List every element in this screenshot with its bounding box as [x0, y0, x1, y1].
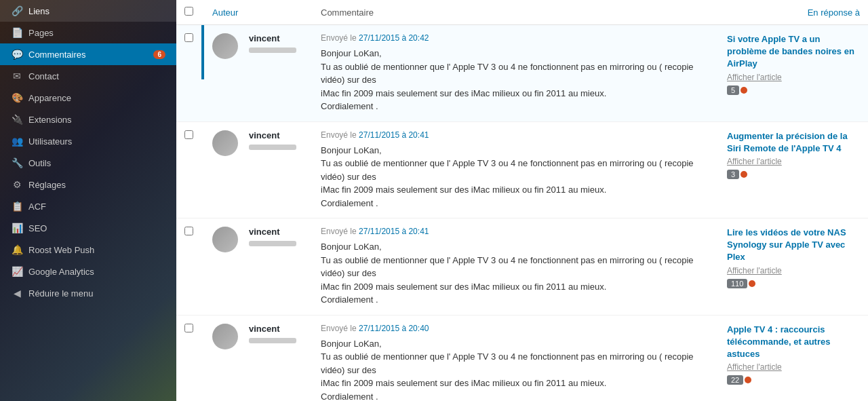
count-dot	[741, 87, 747, 94]
sidebar-label-roost: Roost Web Push	[28, 245, 165, 255]
link-icon: 🔗	[11, 5, 23, 16]
acf-icon: 📋	[11, 201, 23, 212]
sidebar-label-liens: Liens	[28, 6, 165, 16]
sidebar-label-acf: ACF	[28, 202, 165, 212]
sent-line: Envoyé le 27/11/2015 à 20:40	[321, 324, 711, 333]
roost-icon: 🔔	[11, 244, 23, 255]
sidebar-label-apparence: Apparence	[28, 93, 165, 103]
sidebar-item-commentaires[interactable]: 💬 Commentaires 6	[0, 43, 176, 65]
sidebar-label-seo: SEO	[28, 223, 165, 233]
sidebar-item-outils[interactable]: 🔧 Outils	[0, 152, 176, 174]
reponse-link[interactable]: Apple TV 4 : raccourcis télécommande, et…	[727, 324, 830, 359]
count-badge: 5	[727, 85, 739, 95]
select-all-checkbox[interactable]	[184, 7, 193, 16]
table-row: vincent Envoyé le 27/11/2015 à 20:41 Bon…	[176, 218, 868, 316]
sidebar-item-utilisateurs[interactable]: 👥 Utilisateurs	[0, 130, 176, 152]
author-info: vincent	[249, 227, 296, 246]
sidebar-item-apparence[interactable]: 🎨 Apparence	[0, 87, 176, 109]
count-dot	[749, 280, 755, 287]
count-dot	[745, 377, 751, 383]
row-checkbox-cell[interactable]	[176, 218, 201, 316]
comments-table-container: Auteur Commentaire En réponse à vincent	[176, 0, 868, 401]
comment-count: 3	[727, 170, 747, 179]
sidebar-item-roost[interactable]: 🔔 Roost Web Push	[0, 239, 176, 261]
author-cell: vincent	[204, 315, 313, 401]
sent-line: Envoyé le 27/11/2015 à 20:41	[321, 227, 711, 236]
sidebar-item-liens[interactable]: 🔗 Liens	[0, 0, 176, 22]
outils-icon: 🔧	[11, 157, 23, 168]
seo-icon: 📊	[11, 223, 23, 233]
sidebar-label-reglages: Réglages	[28, 180, 165, 190]
view-article-link[interactable]: Afficher l'article	[727, 157, 860, 166]
reponse-header: En réponse à	[719, 0, 868, 25]
view-article-link[interactable]: Afficher l'article	[727, 266, 860, 275]
date-link[interactable]: 27/11/2015 à 20:41	[359, 227, 429, 236]
comment-cell: Envoyé le 27/11/2015 à 20:41 Bonjour LoK…	[313, 218, 719, 316]
date-link[interactable]: 27/11/2015 à 20:42	[359, 33, 429, 43]
sidebar-item-seo[interactable]: 📊 SEO	[0, 217, 176, 239]
analytics-icon: 📈	[11, 266, 23, 277]
view-article-link[interactable]: Afficher l'article	[727, 362, 860, 372]
comment-count: 22	[727, 375, 751, 385]
comment-count: 5	[727, 85, 747, 95]
sidebar: 🔗 Liens 📄 Pages 💬 Commentaires 6 ✉ Conta…	[0, 0, 176, 401]
author-info: vincent	[249, 33, 296, 53]
author-placeholder	[249, 47, 296, 53]
author-cell: vincent	[204, 218, 313, 316]
row-checkbox-cell[interactable]	[176, 121, 201, 218]
sidebar-item-contact[interactable]: ✉ Contact	[0, 65, 176, 87]
comment-cell: Envoyé le 27/11/2015 à 20:40 Bonjour LoK…	[313, 315, 719, 401]
sidebar-item-reglages[interactable]: ⚙ Réglages	[0, 174, 176, 195]
sidebar-item-analytics[interactable]: 📈 Google Analytics	[0, 261, 176, 282]
table-row: vincent Envoyé le 27/11/2015 à 20:41 Bon…	[176, 121, 868, 218]
reponse-link[interactable]: Augmenter la précision de la Siri Remote…	[727, 131, 848, 153]
count-dot	[741, 171, 747, 178]
sent-line: Envoyé le 27/11/2015 à 20:42	[321, 33, 711, 43]
table-row: vincent Envoyé le 27/11/2015 à 20:40 Bon…	[176, 315, 868, 401]
avatar	[212, 33, 238, 59]
comment-cell: Envoyé le 27/11/2015 à 20:42 Bonjour LoK…	[313, 25, 719, 122]
sidebar-item-pages[interactable]: 📄 Pages	[0, 22, 176, 43]
row-checkbox[interactable]	[184, 324, 193, 332]
avatar	[212, 130, 238, 156]
author-placeholder	[249, 145, 296, 150]
sidebar-item-extensions[interactable]: 🔌 Extensions	[0, 109, 176, 130]
count-badge: 22	[727, 375, 743, 385]
author-name: vincent	[249, 324, 296, 334]
utilisateurs-icon: 👥	[11, 136, 23, 147]
row-checkbox-cell[interactable]	[176, 315, 201, 401]
sidebar-item-acf[interactable]: 📋 ACF	[0, 195, 176, 217]
author-info: vincent	[249, 324, 296, 343]
author-name: vincent	[249, 33, 296, 43]
reponse-link[interactable]: Lire les vidéos de votre NAS Synology su…	[727, 227, 846, 262]
reponse-cell: Si votre Apple TV a un problème de bande…	[719, 25, 868, 122]
avatar	[212, 324, 238, 349]
sidebar-item-reduire[interactable]: ◀ Réduire le menu	[0, 282, 176, 304]
select-all-header[interactable]	[176, 0, 201, 25]
row-checkbox[interactable]	[184, 33, 193, 42]
date-link[interactable]: 27/11/2015 à 20:40	[359, 324, 429, 333]
comment-text: Bonjour LoKan, Tu as oublié de mentionne…	[321, 47, 711, 113]
commentaire-header: Commentaire	[313, 0, 719, 25]
author-name: vincent	[249, 130, 296, 140]
comment-icon: 💬	[11, 49, 23, 60]
date-link[interactable]: 27/11/2015 à 20:41	[359, 130, 429, 140]
comment-count: 110	[727, 279, 755, 288]
reduire-icon: ◀	[11, 288, 23, 299]
row-checkbox-cell[interactable]	[176, 25, 201, 122]
row-checkbox[interactable]	[184, 130, 193, 139]
comment-cell: Envoyé le 27/11/2015 à 20:41 Bonjour LoK…	[313, 121, 719, 218]
sidebar-label-analytics: Google Analytics	[28, 267, 165, 277]
sidebar-label-extensions: Extensions	[28, 115, 165, 125]
apparence-icon: 🎨	[11, 92, 23, 103]
sidebar-label-outils: Outils	[28, 158, 165, 168]
sidebar-label-commentaires: Commentaires	[28, 50, 148, 60]
auteur-header[interactable]: Auteur	[204, 0, 313, 25]
sidebar-label-contact: Contact	[28, 71, 165, 81]
reglages-icon: ⚙	[11, 179, 23, 190]
sidebar-content: 🔗 Liens 📄 Pages 💬 Commentaires 6 ✉ Conta…	[0, 0, 176, 304]
view-article-link[interactable]: Afficher l'article	[727, 73, 860, 82]
reponse-link[interactable]: Si votre Apple TV a un problème de bande…	[727, 34, 854, 69]
sidebar-label-pages: Pages	[28, 28, 165, 38]
row-checkbox[interactable]	[184, 227, 193, 235]
